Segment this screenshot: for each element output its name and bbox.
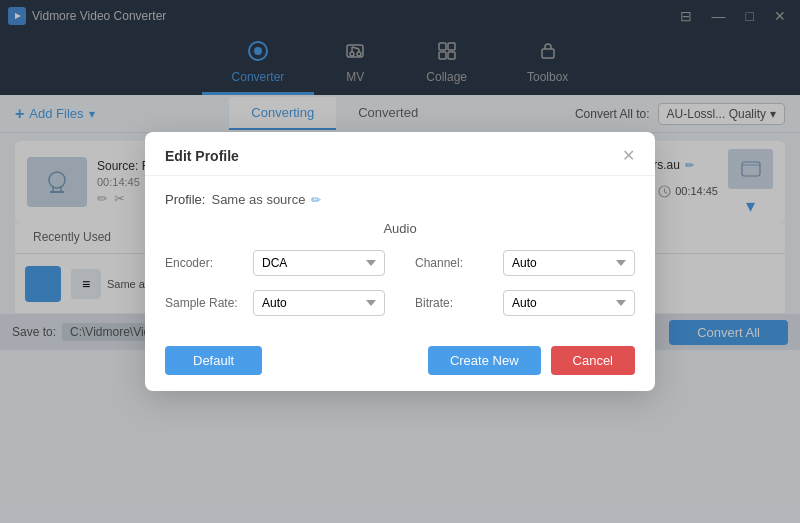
section-audio-title: Audio [165,221,635,236]
modal-overlay: Edit Profile ✕ Profile: Same as source ✏… [0,0,800,523]
encoder-select[interactable]: DCA MP3 AAC FLAC [253,250,385,276]
modal-title: Edit Profile [165,148,239,164]
cancel-button[interactable]: Cancel [551,346,635,375]
bitrate-select[interactable]: Auto 128k 192k 256k 320k [503,290,635,316]
bitrate-row: Bitrate: Auto 128k 192k 256k 320k [415,290,635,316]
modal-body: Profile: Same as source ✏ Audio Encoder:… [145,176,655,336]
edit-profile-modal: Edit Profile ✕ Profile: Same as source ✏… [145,132,655,391]
modal-action-buttons: Create New Cancel [428,346,635,375]
encoder-label: Encoder: [165,256,245,270]
encoder-row: Encoder: DCA MP3 AAC FLAC [165,250,385,276]
profile-label: Profile: [165,192,205,207]
channel-label: Channel: [415,256,495,270]
profile-edit-icon[interactable]: ✏ [311,193,321,207]
modal-footer: Default Create New Cancel [145,336,655,391]
channel-select[interactable]: Auto Mono Stereo 5.1 [503,250,635,276]
modal-header: Edit Profile ✕ [145,132,655,176]
profile-row: Profile: Same as source ✏ [165,192,635,207]
bitrate-label: Bitrate: [415,296,495,310]
default-button[interactable]: Default [165,346,262,375]
channel-row: Channel: Auto Mono Stereo 5.1 [415,250,635,276]
sample-rate-row: Sample Rate: Auto 44100 48000 96000 [165,290,385,316]
sample-rate-label: Sample Rate: [165,296,245,310]
modal-close-button[interactable]: ✕ [622,146,635,165]
form-grid: Encoder: DCA MP3 AAC FLAC Channel: Auto … [165,250,635,316]
sample-rate-select[interactable]: Auto 44100 48000 96000 [253,290,385,316]
create-new-button[interactable]: Create New [428,346,541,375]
profile-value: Same as source [211,192,305,207]
